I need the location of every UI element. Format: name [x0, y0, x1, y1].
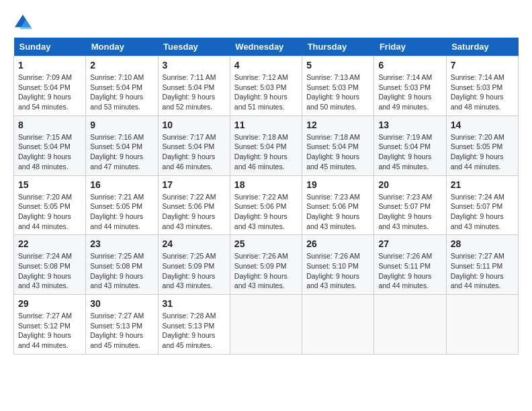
day-number: 19 — [306, 179, 369, 190]
day-number: 10 — [163, 120, 226, 130]
day-number: 2 — [90, 60, 153, 71]
calendar-cell: 26Sunrise: 7:26 AMSunset: 5:10 PMDayligh… — [302, 235, 374, 295]
calendar-cell: 20Sunrise: 7:23 AMSunset: 5:07 PMDayligh… — [374, 175, 446, 235]
day-info: Sunrise: 7:23 AMSunset: 5:07 PMDaylight:… — [378, 192, 441, 232]
calendar-cell: 10Sunrise: 7:17 AMSunset: 5:04 PMDayligh… — [158, 116, 230, 175]
calendar-cell: 15Sunrise: 7:20 AMSunset: 5:05 PMDayligh… — [14, 175, 86, 235]
day-number: 25 — [234, 238, 298, 249]
day-number: 1 — [18, 60, 81, 71]
day-info: Sunrise: 7:25 AMSunset: 5:08 PMDaylight:… — [90, 251, 153, 291]
day-info: Sunrise: 7:26 AMSunset: 5:09 PMDaylight:… — [234, 251, 298, 291]
calendar-header-row: SundayMondayTuesdayWednesdayThursdayFrid… — [14, 38, 519, 56]
day-number: 27 — [378, 238, 441, 249]
header-thursday: Thursday — [302, 38, 374, 56]
day-info: Sunrise: 7:27 AMSunset: 5:12 PMDaylight:… — [18, 311, 81, 351]
day-number: 17 — [163, 179, 226, 190]
calendar-cell: 4Sunrise: 7:12 AMSunset: 5:03 PMDaylight… — [230, 56, 302, 116]
logo-icon — [13, 13, 32, 32]
header-monday: Monday — [86, 38, 158, 56]
calendar-cell: 13Sunrise: 7:19 AMSunset: 5:04 PMDayligh… — [374, 116, 446, 175]
page-header — [13, 13, 519, 32]
calendar-cell: 3Sunrise: 7:11 AMSunset: 5:04 PMDaylight… — [158, 56, 230, 116]
day-number: 24 — [163, 238, 226, 249]
day-number: 9 — [90, 120, 153, 130]
day-number: 26 — [306, 238, 369, 249]
day-info: Sunrise: 7:13 AMSunset: 5:03 PMDaylight:… — [306, 73, 369, 112]
day-number: 20 — [378, 179, 441, 190]
calendar-week-3: 15Sunrise: 7:20 AMSunset: 5:05 PMDayligh… — [14, 175, 519, 235]
day-info: Sunrise: 7:10 AMSunset: 5:04 PMDaylight:… — [90, 73, 153, 112]
day-info: Sunrise: 7:14 AMSunset: 5:03 PMDaylight:… — [451, 73, 514, 112]
day-number: 29 — [18, 298, 81, 309]
day-info: Sunrise: 7:14 AMSunset: 5:03 PMDaylight:… — [378, 73, 441, 112]
calendar-cell — [446, 295, 518, 355]
day-number: 15 — [18, 179, 81, 190]
day-number: 6 — [378, 60, 441, 71]
header-saturday: Saturday — [446, 38, 518, 56]
day-info: Sunrise: 7:11 AMSunset: 5:04 PMDaylight:… — [163, 73, 226, 112]
day-info: Sunrise: 7:22 AMSunset: 5:06 PMDaylight:… — [163, 192, 226, 232]
calendar-cell: 25Sunrise: 7:26 AMSunset: 5:09 PMDayligh… — [230, 235, 302, 295]
calendar-week-1: 1Sunrise: 7:09 AMSunset: 5:04 PMDaylight… — [14, 56, 519, 116]
calendar-cell — [230, 295, 302, 355]
calendar-cell: 17Sunrise: 7:22 AMSunset: 5:06 PMDayligh… — [158, 175, 230, 235]
calendar-cell: 30Sunrise: 7:27 AMSunset: 5:13 PMDayligh… — [86, 295, 158, 355]
day-info: Sunrise: 7:26 AMSunset: 5:10 PMDaylight:… — [306, 251, 369, 291]
calendar-cell: 29Sunrise: 7:27 AMSunset: 5:12 PMDayligh… — [14, 295, 86, 355]
day-number: 21 — [451, 179, 514, 190]
calendar-cell: 21Sunrise: 7:24 AMSunset: 5:07 PMDayligh… — [446, 175, 518, 235]
day-number: 13 — [378, 120, 441, 130]
calendar-cell: 7Sunrise: 7:14 AMSunset: 5:03 PMDaylight… — [446, 56, 518, 116]
day-info: Sunrise: 7:28 AMSunset: 5:13 PMDaylight:… — [163, 311, 226, 351]
day-info: Sunrise: 7:21 AMSunset: 5:05 PMDaylight:… — [90, 192, 153, 232]
day-number: 12 — [306, 120, 369, 130]
calendar-cell: 19Sunrise: 7:23 AMSunset: 5:06 PMDayligh… — [302, 175, 374, 235]
calendar-week-2: 8Sunrise: 7:15 AMSunset: 5:04 PMDaylight… — [14, 116, 519, 175]
day-number: 8 — [18, 120, 81, 130]
day-number: 14 — [451, 120, 514, 130]
day-info: Sunrise: 7:20 AMSunset: 5:05 PMDaylight:… — [451, 132, 514, 172]
day-info: Sunrise: 7:20 AMSunset: 5:05 PMDaylight:… — [18, 192, 81, 232]
calendar-table: SundayMondayTuesdayWednesdayThursdayFrid… — [13, 38, 519, 355]
calendar-cell — [302, 295, 374, 355]
calendar-cell: 23Sunrise: 7:25 AMSunset: 5:08 PMDayligh… — [86, 235, 158, 295]
calendar-cell: 5Sunrise: 7:13 AMSunset: 5:03 PMDaylight… — [302, 56, 374, 116]
calendar-cell — [374, 295, 446, 355]
calendar-cell: 11Sunrise: 7:18 AMSunset: 5:04 PMDayligh… — [230, 116, 302, 175]
day-info: Sunrise: 7:15 AMSunset: 5:04 PMDaylight:… — [18, 132, 81, 172]
day-info: Sunrise: 7:18 AMSunset: 5:04 PMDaylight:… — [234, 132, 298, 172]
day-number: 31 — [163, 298, 226, 309]
header-wednesday: Wednesday — [230, 38, 302, 56]
calendar-cell: 16Sunrise: 7:21 AMSunset: 5:05 PMDayligh… — [86, 175, 158, 235]
calendar-cell: 14Sunrise: 7:20 AMSunset: 5:05 PMDayligh… — [446, 116, 518, 175]
calendar-cell: 6Sunrise: 7:14 AMSunset: 5:03 PMDaylight… — [374, 56, 446, 116]
day-number: 16 — [90, 179, 153, 190]
day-info: Sunrise: 7:27 AMSunset: 5:13 PMDaylight:… — [90, 311, 153, 351]
day-number: 23 — [90, 238, 153, 249]
day-number: 28 — [451, 238, 514, 249]
header-friday: Friday — [374, 38, 446, 56]
day-number: 11 — [234, 120, 298, 130]
day-number: 7 — [451, 60, 514, 71]
day-info: Sunrise: 7:18 AMSunset: 5:04 PMDaylight:… — [306, 132, 369, 172]
header-tuesday: Tuesday — [158, 38, 230, 56]
calendar-cell: 12Sunrise: 7:18 AMSunset: 5:04 PMDayligh… — [302, 116, 374, 175]
day-info: Sunrise: 7:16 AMSunset: 5:04 PMDaylight:… — [90, 132, 153, 172]
calendar-cell: 9Sunrise: 7:16 AMSunset: 5:04 PMDaylight… — [86, 116, 158, 175]
day-info: Sunrise: 7:25 AMSunset: 5:09 PMDaylight:… — [163, 251, 226, 291]
calendar-cell: 31Sunrise: 7:28 AMSunset: 5:13 PMDayligh… — [158, 295, 230, 355]
day-number: 22 — [18, 238, 81, 249]
calendar-cell: 8Sunrise: 7:15 AMSunset: 5:04 PMDaylight… — [14, 116, 86, 175]
day-number: 4 — [234, 60, 298, 71]
day-number: 5 — [306, 60, 369, 71]
day-info: Sunrise: 7:26 AMSunset: 5:11 PMDaylight:… — [378, 251, 441, 291]
day-info: Sunrise: 7:24 AMSunset: 5:08 PMDaylight:… — [18, 251, 81, 291]
header-sunday: Sunday — [14, 38, 86, 56]
day-number: 18 — [234, 179, 298, 190]
day-number: 3 — [163, 60, 226, 71]
calendar-week-5: 29Sunrise: 7:27 AMSunset: 5:12 PMDayligh… — [14, 295, 519, 355]
calendar-cell: 1Sunrise: 7:09 AMSunset: 5:04 PMDaylight… — [14, 56, 86, 116]
calendar-cell: 27Sunrise: 7:26 AMSunset: 5:11 PMDayligh… — [374, 235, 446, 295]
day-info: Sunrise: 7:09 AMSunset: 5:04 PMDaylight:… — [18, 73, 81, 112]
day-info: Sunrise: 7:17 AMSunset: 5:04 PMDaylight:… — [163, 132, 226, 172]
